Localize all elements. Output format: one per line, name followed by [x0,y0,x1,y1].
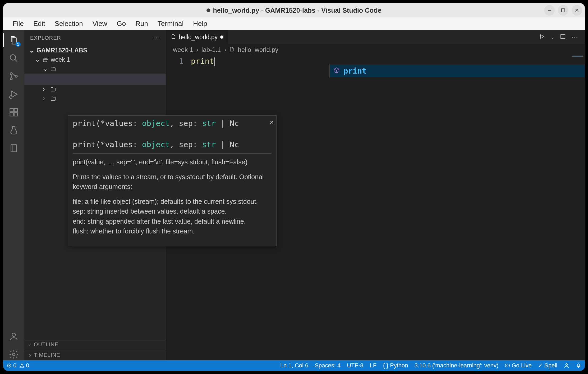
sidebar-title: EXPLORER [30,35,61,41]
svg-rect-15 [11,145,17,152]
tab-bar: hello_world.py ⌄ ⋯ [166,30,585,44]
split-editor-icon[interactable] [560,34,566,40]
window-title: hello_world.py - GAMR1520-labs - Visual … [213,7,381,14]
doc-paragraph: Prints the values to a stream, or to sys… [73,172,272,192]
tab-hello-world[interactable]: hello_world.py [166,30,228,44]
folder-week1[interactable]: ⌄ week 1 [24,55,166,64]
intellisense-suggest[interactable]: print [329,65,585,77]
chevron-right-icon: › [224,46,226,53]
timeline-label: TIMELINE [34,352,60,358]
modified-indicator-icon [206,8,210,12]
status-bar: 0 0 Ln 1, Col 6 Spaces: 4 UTF-8 LF { } P… [3,360,585,371]
folder-icon [50,87,56,92]
svg-marker-19 [541,35,544,39]
status-eol[interactable]: LF [370,362,376,369]
svg-point-4 [10,55,16,60]
check-icon: ✓ [538,362,543,369]
status-feedback-icon[interactable] [564,363,569,368]
svg-point-6 [10,73,12,75]
status-errors[interactable]: 0 [7,362,16,369]
folder-collapsed-3[interactable]: › [24,94,166,103]
suggest-item[interactable]: print [330,65,585,77]
chevron-right-icon: › [29,341,31,348]
extensions-icon[interactable] [8,106,20,118]
menu-view[interactable]: View [88,18,112,29]
more-actions-icon[interactable]: ⋯ [572,33,578,41]
doc-body: print(value, ..., sep=' ', end='\n', fil… [68,154,276,246]
search-icon[interactable] [8,52,20,64]
signature-line-2: print(*values: object, sep: str | Nc [73,140,239,149]
status-interpreter[interactable]: 3.10.6 ('machine-learning': venv) [414,362,498,369]
menu-edit[interactable]: Edit [29,18,50,29]
status-warnings[interactable]: 0 [20,362,29,369]
vscode-window: hello_world.py - GAMR1520-labs - Visual … [3,3,585,371]
svg-point-10 [10,96,12,98]
run-file-button[interactable] [539,34,545,40]
breadcrumb-part[interactable]: week 1 [173,46,193,53]
run-dropdown-icon[interactable]: ⌄ [551,35,554,40]
close-icon[interactable]: ✕ [270,118,274,126]
status-bell-icon[interactable] [576,363,581,368]
chevron-right-icon: › [29,352,31,358]
menu-run[interactable]: Run [131,18,153,29]
maximize-button[interactable] [558,5,568,16]
minimize-button[interactable] [544,5,555,16]
doc-paragraph: flush: whether to forcibly flush the str… [73,226,272,236]
minimap[interactable] [572,56,583,57]
menu-file[interactable]: File [8,18,29,29]
doc-paragraph: end: string appended after the last valu… [73,217,272,227]
svg-point-7 [10,78,12,80]
chevron-down-icon: ⌄ [43,65,48,73]
braces-icon: { } [383,362,388,369]
menu-help[interactable]: Help [188,18,212,29]
settings-gear-icon[interactable] [8,349,20,360]
source-control-icon[interactable] [8,70,20,82]
notebook-icon[interactable] [8,142,20,154]
signature-line-1: print(*values: object, sep: str | Nc [73,119,239,128]
outline-label: OUTLINE [34,341,59,348]
timeline-section[interactable]: › TIMELINE [24,350,166,360]
folder-lab-collapsed-1[interactable]: ⌄ [24,64,166,74]
status-language[interactable]: { } Python [383,362,408,369]
tab-label: hello_world.py [179,34,218,41]
menu-go[interactable]: Go [112,18,131,29]
menu-bar: File Edit Selection View Go Run Terminal… [3,17,585,30]
project-name: GAMR1520-LABS [36,47,87,54]
run-debug-icon[interactable] [8,88,20,100]
status-go-live[interactable]: Go Live [505,362,532,369]
title-bar: hello_world.py - GAMR1520-labs - Visual … [3,3,585,17]
chevron-right-icon: › [196,46,198,53]
status-encoding[interactable]: UTF-8 [347,362,363,369]
sidebar-more-icon[interactable]: ⋯ [153,34,160,42]
folder-collapsed-2[interactable]: › [24,85,166,94]
menu-selection[interactable]: Selection [50,18,88,29]
folder-icon [50,96,56,102]
chevron-right-icon: › [43,95,48,102]
folder-label: week 1 [51,56,70,63]
svg-rect-14 [14,113,18,116]
status-spell[interactable]: ✓ Spell [538,362,557,369]
explorer-badge: 1 [15,42,21,47]
doc-prototype: print(value, ..., sep=' ', end='\n', fil… [73,157,272,167]
breadcrumbs[interactable]: week 1 › lab-1.1 › hello_world.py [166,44,585,56]
status-ln-col[interactable]: Ln 1, Col 6 [280,362,308,369]
menu-terminal[interactable]: Terminal [153,18,188,29]
breadcrumb-file[interactable]: hello_world.py [238,46,278,53]
outline-section[interactable]: › OUTLINE [24,339,166,350]
explorer-icon[interactable]: 1 [8,34,20,46]
main-area: 1 [3,30,585,360]
breadcrumb-part[interactable]: lab-1.1 [201,46,221,53]
file-selected-row[interactable] [24,74,166,85]
chevron-down-icon: ⌄ [35,56,40,63]
close-button[interactable] [572,5,582,16]
modified-dot-icon [220,35,223,39]
svg-point-18 [12,353,15,356]
testing-icon[interactable] [8,124,20,136]
project-root[interactable]: ⌄ GAMR1520-LABS [24,46,166,55]
folder-icon [50,66,56,72]
accounts-icon[interactable] [8,331,20,342]
signature-help: print(*values: object, sep: str | Nc ✕ p… [68,115,277,246]
status-indent[interactable]: Spaces: 4 [315,362,341,369]
activity-bar: 1 [3,30,24,360]
file-icon [171,34,176,41]
